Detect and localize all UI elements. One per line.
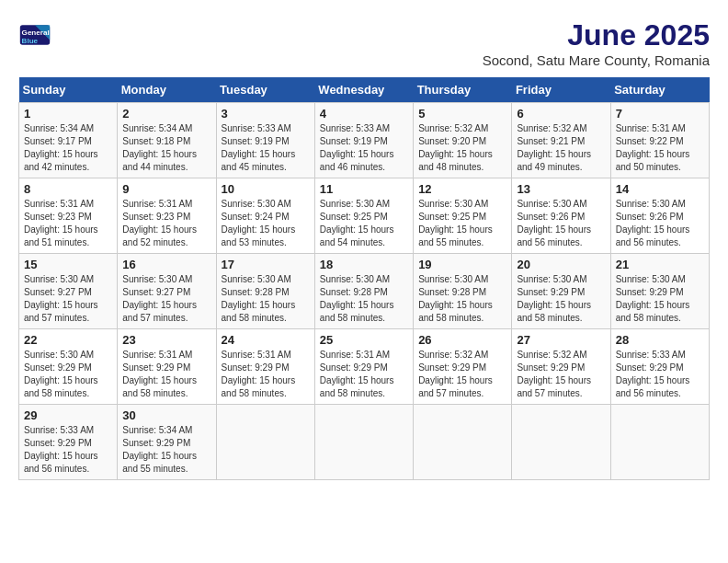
calendar-cell: 8Sunrise: 5:31 AMSunset: 9:23 PMDaylight… [19,178,118,254]
day-number: 25 [320,333,408,347]
calendar-cell: 5Sunrise: 5:32 AMSunset: 9:20 PMDaylight… [414,103,512,178]
calendar-cell: 28Sunrise: 5:33 AMSunset: 9:29 PMDayligh… [610,329,709,405]
calendar-cell: 23Sunrise: 5:31 AMSunset: 9:29 PMDayligh… [118,329,216,405]
day-info: Sunrise: 5:33 AMSunset: 9:29 PMDaylight:… [24,424,112,476]
day-number: 14 [616,182,704,196]
header: General Blue June 2025 Socond, Satu Mare… [18,18,710,68]
svg-text:Blue: Blue [22,37,39,45]
day-number: 18 [320,258,408,271]
calendar-cell: 20Sunrise: 5:30 AMSunset: 9:29 PMDayligh… [512,254,610,329]
day-info: Sunrise: 5:34 AMSunset: 9:18 PMDaylight:… [122,122,210,174]
day-info: Sunrise: 5:32 AMSunset: 9:29 PMDaylight:… [517,349,605,400]
day-number: 1 [24,107,112,121]
logo: General Blue [18,18,51,52]
day-number: 30 [122,408,210,422]
calendar-cell [414,405,512,480]
day-number: 12 [418,182,506,196]
day-info: Sunrise: 5:30 AMSunset: 9:28 PMDaylight:… [222,273,310,325]
day-info: Sunrise: 5:32 AMSunset: 9:20 PMDaylight:… [418,122,506,174]
calendar-cell: 14Sunrise: 5:30 AMSunset: 9:26 PMDayligh… [610,178,709,254]
calendar-week-row: 8Sunrise: 5:31 AMSunset: 9:23 PMDaylight… [19,178,710,254]
calendar-cell: 19Sunrise: 5:30 AMSunset: 9:28 PMDayligh… [414,254,512,329]
calendar-cell: 2Sunrise: 5:34 AMSunset: 9:18 PMDaylight… [118,103,216,178]
calendar-week-row: 15Sunrise: 5:30 AMSunset: 9:27 PMDayligh… [19,254,710,329]
calendar-cell [314,405,413,480]
header-thursday: Thursday [414,77,512,103]
calendar-cell: 10Sunrise: 5:30 AMSunset: 9:24 PMDayligh… [216,178,314,254]
day-info: Sunrise: 5:30 AMSunset: 9:28 PMDaylight:… [418,273,506,325]
day-info: Sunrise: 5:30 AMSunset: 9:25 PMDaylight:… [418,198,506,249]
day-info: Sunrise: 5:34 AMSunset: 9:17 PMDaylight:… [24,122,112,174]
day-info: Sunrise: 5:31 AMSunset: 9:29 PMDaylight:… [222,349,310,400]
calendar-cell: 7Sunrise: 5:31 AMSunset: 9:22 PMDaylight… [610,103,709,178]
calendar-cell: 11Sunrise: 5:30 AMSunset: 9:25 PMDayligh… [314,178,413,254]
day-number: 2 [122,107,210,121]
day-number: 29 [24,408,112,422]
header-sunday: Sunday [19,77,118,103]
calendar-cell: 3Sunrise: 5:33 AMSunset: 9:19 PMDaylight… [216,103,314,178]
day-info: Sunrise: 5:31 AMSunset: 9:23 PMDaylight:… [24,198,112,249]
day-number: 22 [24,333,112,347]
day-info: Sunrise: 5:31 AMSunset: 9:23 PMDaylight:… [122,198,210,249]
calendar-cell: 17Sunrise: 5:30 AMSunset: 9:28 PMDayligh… [216,254,314,329]
calendar-title: June 2025 [483,18,710,52]
day-number: 21 [616,258,704,271]
day-info: Sunrise: 5:34 AMSunset: 9:29 PMDaylight:… [122,424,210,476]
header-monday: Monday [118,77,216,103]
day-number: 26 [418,333,506,347]
calendar-cell: 25Sunrise: 5:31 AMSunset: 9:29 PMDayligh… [314,329,413,405]
day-number: 13 [517,182,605,196]
calendar-week-row: 1Sunrise: 5:34 AMSunset: 9:17 PMDaylight… [19,103,710,178]
calendar-table: SundayMondayTuesdayWednesdayThursdayFrid… [18,77,710,480]
calendar-cell: 27Sunrise: 5:32 AMSunset: 9:29 PMDayligh… [512,329,610,405]
calendar-cell [512,405,610,480]
day-info: Sunrise: 5:30 AMSunset: 9:28 PMDaylight:… [320,273,408,325]
day-number: 24 [222,333,310,347]
day-number: 27 [517,333,605,347]
day-number: 15 [24,258,112,271]
day-number: 17 [222,258,310,271]
day-number: 3 [222,107,310,121]
day-number: 5 [418,107,506,121]
calendar-cell: 16Sunrise: 5:30 AMSunset: 9:27 PMDayligh… [118,254,216,329]
day-info: Sunrise: 5:30 AMSunset: 9:26 PMDaylight:… [517,198,605,249]
calendar-cell [610,405,709,480]
day-number: 7 [616,107,704,121]
calendar-week-row: 22Sunrise: 5:30 AMSunset: 9:29 PMDayligh… [19,329,710,405]
day-info: Sunrise: 5:30 AMSunset: 9:25 PMDaylight:… [320,198,408,249]
day-number: 28 [616,333,704,347]
day-info: Sunrise: 5:30 AMSunset: 9:27 PMDaylight:… [122,273,210,325]
calendar-week-row: 29Sunrise: 5:33 AMSunset: 9:29 PMDayligh… [19,405,710,480]
header-saturday: Saturday [610,77,709,103]
day-number: 9 [122,182,210,196]
calendar-cell: 18Sunrise: 5:30 AMSunset: 9:28 PMDayligh… [314,254,413,329]
calendar-cell: 12Sunrise: 5:30 AMSunset: 9:25 PMDayligh… [414,178,512,254]
title-area: June 2025 Socond, Satu Mare County, Roma… [483,18,710,68]
day-info: Sunrise: 5:31 AMSunset: 9:29 PMDaylight:… [320,349,408,400]
day-number: 6 [517,107,605,121]
day-info: Sunrise: 5:30 AMSunset: 9:26 PMDaylight:… [616,198,704,249]
logo-icon: General Blue [18,18,51,52]
calendar-cell: 22Sunrise: 5:30 AMSunset: 9:29 PMDayligh… [19,329,118,405]
day-info: Sunrise: 5:32 AMSunset: 9:21 PMDaylight:… [517,122,605,174]
calendar-cell: 9Sunrise: 5:31 AMSunset: 9:23 PMDaylight… [118,178,216,254]
calendar-cell: 30Sunrise: 5:34 AMSunset: 9:29 PMDayligh… [118,405,216,480]
calendar-header-row: SundayMondayTuesdayWednesdayThursdayFrid… [19,77,710,103]
header-wednesday: Wednesday [314,77,413,103]
day-number: 20 [517,258,605,271]
calendar-cell: 24Sunrise: 5:31 AMSunset: 9:29 PMDayligh… [216,329,314,405]
day-info: Sunrise: 5:31 AMSunset: 9:29 PMDaylight:… [122,349,210,400]
day-number: 19 [418,258,506,271]
svg-text:General: General [22,29,50,37]
day-number: 8 [24,182,112,196]
calendar-subtitle: Socond, Satu Mare County, Romania [483,52,710,68]
calendar-cell: 21Sunrise: 5:30 AMSunset: 9:29 PMDayligh… [610,254,709,329]
header-tuesday: Tuesday [216,77,314,103]
day-info: Sunrise: 5:30 AMSunset: 9:24 PMDaylight:… [222,198,310,249]
day-info: Sunrise: 5:30 AMSunset: 9:29 PMDaylight:… [616,273,704,325]
day-info: Sunrise: 5:30 AMSunset: 9:27 PMDaylight:… [24,273,112,325]
calendar-cell [216,405,314,480]
calendar-cell: 26Sunrise: 5:32 AMSunset: 9:29 PMDayligh… [414,329,512,405]
calendar-cell: 4Sunrise: 5:33 AMSunset: 9:19 PMDaylight… [314,103,413,178]
day-info: Sunrise: 5:32 AMSunset: 9:29 PMDaylight:… [418,349,506,400]
